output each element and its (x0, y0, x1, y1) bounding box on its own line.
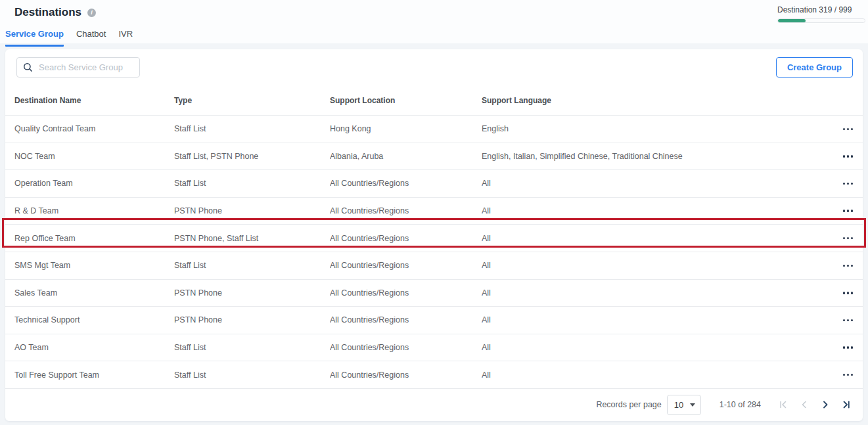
cell-type: PSTN Phone, Staff List (174, 234, 330, 243)
table-row[interactable]: Quality Contraol Team Staff List Hong Ko… (5, 116, 863, 143)
page-size-select[interactable]: 10 (667, 395, 701, 415)
cell-support-language: English (482, 124, 817, 133)
cell-support-language: All (482, 370, 817, 380)
cell-type: PSTN Phone (174, 206, 330, 215)
tab-ivr[interactable]: IVR (118, 26, 133, 47)
pagination-range-label: 1-10 of 284 (720, 400, 761, 409)
cell-support-location: All Countries/Regions (330, 179, 482, 188)
more-options-icon (843, 155, 846, 158)
row-actions-menu-button[interactable] (842, 262, 855, 270)
table-row[interactable]: AO Team Staff List All Countries/Regions… (5, 334, 863, 362)
cell-support-language: All (482, 179, 817, 188)
search-input[interactable] (39, 62, 133, 72)
first-page-button[interactable] (778, 399, 788, 410)
table-row[interactable]: SMS Mgt Team Staff List All Countries/Re… (5, 252, 863, 280)
row-actions-menu-button[interactable] (842, 317, 855, 324)
cell-destination-name: Quality Contraol Team (14, 124, 174, 133)
cell-type: Staff List (174, 261, 330, 270)
table-header: Destination Name Type Support Location S… (5, 85, 863, 116)
row-actions-menu-button[interactable] (842, 289, 855, 297)
table-row[interactable]: Rep Office Team PSTN Phone, Staff List A… (5, 225, 863, 252)
table-footer: Records per page 10 1-10 of 284 (5, 389, 863, 421)
table-row[interactable]: Operation Team Staff List All Countries/… (5, 170, 863, 198)
cell-destination-name: SMS Mgt Team (14, 261, 174, 270)
cell-destination-name: Sales Team (14, 288, 174, 298)
cell-support-location: All Countries/Regions (330, 234, 482, 243)
row-actions-menu-button[interactable] (842, 371, 855, 379)
info-icon[interactable]: i (87, 9, 96, 17)
quota-progress-bar (777, 18, 865, 23)
row-actions-menu-button[interactable] (842, 235, 855, 242)
table-row[interactable]: NOC Team Staff List, PSTN Phone Albania,… (5, 143, 863, 171)
row-actions-menu-button[interactable] (842, 207, 855, 215)
cell-support-location: All Countries/Regions (330, 343, 482, 352)
pagination-controls (778, 399, 852, 410)
cell-support-language: All (482, 206, 817, 215)
cell-support-language: All (482, 234, 817, 243)
create-group-button[interactable]: Create Group (776, 57, 853, 78)
cell-support-language: All (482, 343, 817, 352)
row-actions-menu-button[interactable] (842, 125, 855, 133)
row-actions-menu-button[interactable] (842, 344, 855, 351)
cell-destination-name: Toll Free Support Team (14, 370, 174, 380)
cell-support-language: All (482, 315, 817, 324)
cell-destination-name: AO Team (14, 343, 174, 352)
more-options-icon (843, 265, 846, 267)
search-box[interactable] (16, 57, 140, 78)
toolbar: Create Group (5, 49, 863, 85)
content-card: Create Group Destination Name Type Suppo… (5, 49, 863, 421)
cell-support-location: All Countries/Regions (330, 370, 482, 380)
records-per-page-label: Records per page (596, 400, 661, 409)
cell-type: Staff List (174, 179, 330, 188)
more-options-icon (843, 128, 846, 131)
table-row[interactable]: R & D Team PSTN Phone All Countries/Regi… (5, 198, 863, 225)
tab-chatbot[interactable]: Chatbot (76, 26, 106, 47)
cell-support-language: English, Italian, Simplified Chinese, Tr… (482, 152, 817, 161)
cell-support-location: Albania, Aruba (330, 152, 482, 161)
more-options-icon (843, 346, 846, 349)
row-actions-menu-button[interactable] (842, 180, 855, 188)
cell-support-location: All Countries/Regions (330, 288, 482, 298)
cell-destination-name: Rep Office Team (14, 234, 174, 243)
cell-support-location: All Countries/Regions (330, 261, 482, 270)
chevron-right-icon (820, 399, 831, 410)
column-header-support-location: Support Location (330, 96, 482, 105)
cell-type: Staff List, PSTN Phone (174, 152, 330, 161)
table-body: Quality Contraol Team Staff List Hong Ko… (5, 116, 863, 389)
cell-type: Staff List (174, 370, 330, 380)
column-header-destination-name: Destination Name (14, 96, 174, 105)
row-actions-menu-button[interactable] (842, 152, 855, 160)
quota-progress-fill (778, 19, 806, 22)
column-header-support-language: Support Language (482, 96, 817, 105)
more-options-icon (843, 374, 846, 376)
cell-destination-name: Technical Support (14, 315, 174, 324)
cell-type: PSTN Phone (174, 315, 330, 324)
cell-support-location: All Countries/Regions (330, 315, 482, 324)
cell-support-language: All (482, 261, 817, 270)
first-page-icon (778, 399, 788, 410)
page-size-value: 10 (674, 400, 683, 410)
tab-service-group[interactable]: Service Group (5, 26, 64, 47)
tab-bar: Service Group Chatbot IVR (5, 26, 133, 47)
cell-destination-name: NOC Team (14, 152, 174, 161)
cell-support-location: Hong Kong (330, 124, 482, 133)
more-options-icon (843, 183, 846, 185)
more-options-icon (843, 210, 846, 212)
last-page-button[interactable] (841, 399, 852, 410)
last-page-icon (841, 399, 852, 410)
chevron-down-icon (690, 403, 695, 407)
page-title: Destinations (14, 6, 81, 19)
quota-text: Destination 319 / 999 (777, 5, 865, 14)
table-row[interactable]: Toll Free Support Team Staff List All Co… (5, 361, 863, 389)
cell-support-language: All (482, 288, 817, 298)
column-header-type: Type (174, 96, 330, 105)
chevron-left-icon (799, 399, 810, 410)
destination-quota: Destination 319 / 999 (777, 5, 865, 23)
table-row[interactable]: Technical Support PSTN Phone All Countri… (5, 307, 863, 334)
more-options-icon (843, 237, 846, 240)
more-options-icon (843, 292, 846, 294)
previous-page-button[interactable] (799, 399, 810, 410)
table-row[interactable]: Sales Team PSTN Phone All Countries/Regi… (5, 280, 863, 307)
search-icon (23, 62, 33, 72)
next-page-button[interactable] (820, 399, 831, 410)
